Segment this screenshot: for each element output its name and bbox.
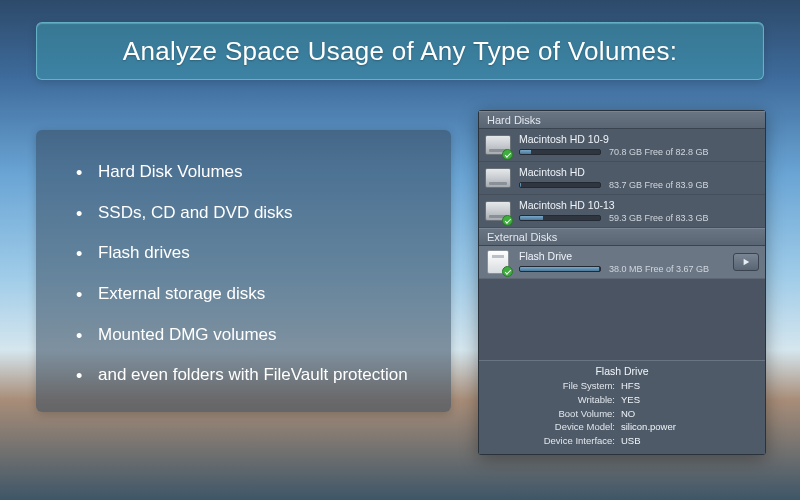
detail-value: USB <box>621 434 641 448</box>
detail-value: YES <box>621 393 640 407</box>
usage-bar <box>519 266 601 272</box>
disk-name: Macintosh HD 10-9 <box>519 133 759 145</box>
list-item: and even folders with FileVault protecti… <box>76 363 423 388</box>
detail-label: Writable: <box>479 393 621 407</box>
free-space-text: 59.3 GB Free of 83.3 GB <box>609 213 709 223</box>
detail-label: Boot Volume: <box>479 407 621 421</box>
disk-name: Macintosh HD 10-13 <box>519 199 759 211</box>
detail-row: Boot Volume: NO <box>479 407 765 421</box>
list-item: SSDs, CD and DVD disks <box>76 201 423 226</box>
detail-label: Device Model: <box>479 420 621 434</box>
detail-label: File System: <box>479 379 621 393</box>
free-space-text: 83.7 GB Free of 83.9 GB <box>609 180 709 190</box>
check-badge-icon <box>502 149 513 160</box>
check-badge-icon <box>502 266 513 277</box>
page-title: Analyze Space Usage of Any Type of Volum… <box>123 36 677 67</box>
usage-bar <box>519 215 601 221</box>
detail-row: Device Interface: USB <box>479 434 765 448</box>
list-item: Hard Disk Volumes <box>76 160 423 185</box>
usage-bar <box>519 149 601 155</box>
detail-row: Writable: YES <box>479 393 765 407</box>
hard-disk-icon <box>485 132 511 158</box>
disk-info: Flash Drive 38.0 MB Free of 3.67 GB <box>519 250 721 274</box>
disk-row[interactable]: Flash Drive 38.0 MB Free of 3.67 GB <box>479 246 765 279</box>
analyze-button[interactable] <box>733 253 759 271</box>
hard-disk-icon <box>485 198 511 224</box>
external-disk-icon <box>485 249 511 275</box>
play-icon <box>742 258 750 266</box>
disk-details: Flash Drive File System: HFS Writable: Y… <box>479 360 765 454</box>
detail-value: NO <box>621 407 635 421</box>
disk-info: Macintosh HD 10-9 70.8 GB Free of 82.8 G… <box>519 133 759 157</box>
title-banner: Analyze Space Usage of Any Type of Volum… <box>36 22 764 80</box>
disk-name: Flash Drive <box>519 250 721 262</box>
feature-list: Hard Disk Volumes SSDs, CD and DVD disks… <box>76 160 423 388</box>
disk-info: Macintosh HD 10-13 59.3 GB Free of 83.3 … <box>519 199 759 223</box>
disk-row[interactable]: Macintosh HD 10-9 70.8 GB Free of 82.8 G… <box>479 129 765 162</box>
section-header-external-disks: External Disks <box>479 228 765 246</box>
details-title: Flash Drive <box>479 365 765 377</box>
list-item: Flash drives <box>76 241 423 266</box>
feature-panel: Hard Disk Volumes SSDs, CD and DVD disks… <box>36 130 451 412</box>
detail-row: Device Model: silicon.power <box>479 420 765 434</box>
check-badge-icon <box>502 215 513 226</box>
free-space-text: 38.0 MB Free of 3.67 GB <box>609 264 709 274</box>
empty-area <box>479 279 765 360</box>
svg-marker-0 <box>744 259 750 265</box>
section-header-hard-disks: Hard Disks <box>479 111 765 129</box>
usage-bar <box>519 182 601 188</box>
detail-value: HFS <box>621 379 640 393</box>
free-space-text: 70.8 GB Free of 82.8 GB <box>609 147 709 157</box>
disk-info: Macintosh HD 83.7 GB Free of 83.9 GB <box>519 166 759 190</box>
disk-row[interactable]: Macintosh HD 83.7 GB Free of 83.9 GB <box>479 162 765 195</box>
detail-label: Device Interface: <box>479 434 621 448</box>
detail-value: silicon.power <box>621 420 676 434</box>
hard-disk-icon <box>485 165 511 191</box>
detail-row: File System: HFS <box>479 379 765 393</box>
list-item: External storage disks <box>76 282 423 307</box>
list-item: Mounted DMG volumes <box>76 323 423 348</box>
disk-name: Macintosh HD <box>519 166 759 178</box>
disk-row[interactable]: Macintosh HD 10-13 59.3 GB Free of 83.3 … <box>479 195 765 228</box>
disk-panel: Hard Disks Macintosh HD 10-9 70.8 GB Fre… <box>478 110 766 455</box>
